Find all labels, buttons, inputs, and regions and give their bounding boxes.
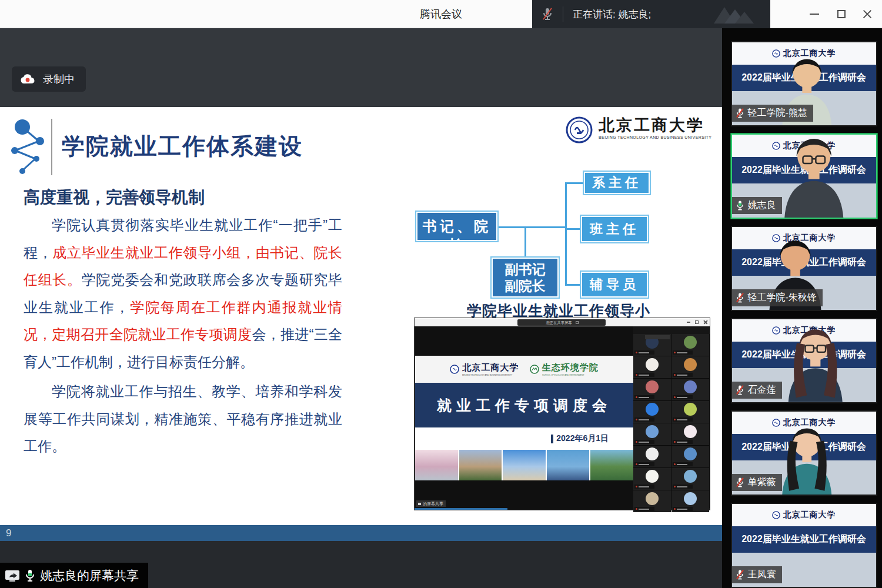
main-area: 录制中 — [0, 28, 882, 588]
inner-slide-date: 2022年6月1日 — [551, 433, 609, 444]
speaking-status-text: 正在讲话: 姚志良; — [573, 8, 651, 21]
participant-name: 王凤寰 — [748, 569, 776, 581]
virtual-bg-banner: 2022届毕业生就业工作调研会 — [732, 526, 876, 553]
inner-avatar — [684, 358, 697, 371]
participant-name: 轻工学院-朱秋锋 — [748, 292, 817, 304]
shared-screen-top-strip: 录制中 — [0, 28, 722, 107]
org-connector — [497, 226, 567, 228]
mic-on-icon — [25, 569, 35, 583]
close-button[interactable] — [854, 0, 881, 28]
inner-avatar — [684, 470, 697, 483]
paragraph-1: 学院认真贯彻落实毕业生就业工作“一把手”工程，成立毕业生就业工作领导小组，由书记… — [24, 212, 342, 376]
participant-video-tile[interactable]: 北京工商大学 2022届毕业生就业工作调研会 王凤寰 — [731, 503, 877, 588]
participants-sidebar: 北京工商大学 2022届毕业生就业工作调研会 轻工学院-熊慧 北京工商大学 20… — [722, 28, 882, 588]
university-emblem-icon — [566, 116, 593, 143]
inner-mic-muted-icon — [636, 396, 637, 398]
org-node-dept-head: 系主任 — [584, 172, 650, 194]
maximize-icon — [837, 10, 846, 18]
inner-mic-muted-icon — [636, 463, 637, 465]
tencent-meeting-window: 腾讯会议 正在讲话: 姚志良; — [0, 0, 882, 588]
inner-name-label — [673, 417, 693, 422]
inner-participant-tile — [633, 334, 671, 356]
org-connector — [565, 228, 582, 230]
campus-photo — [590, 450, 633, 480]
slide-body-text: 学院认真贯彻落实毕业生就业工作“一把手”工程，成立毕业生就业工作领导小组，由书记… — [24, 212, 342, 460]
participant-video-tile[interactable]: 北京工商大学 2022届毕业生就业工作调研会 轻工学院-朱秋锋 — [731, 226, 877, 311]
inner-avatar — [646, 425, 659, 438]
inner-participant-tile — [633, 490, 671, 512]
inner-name-label — [634, 507, 654, 511]
inner-avatar — [684, 425, 697, 438]
campus-photo — [459, 450, 502, 480]
maximize-button[interactable] — [828, 0, 855, 28]
inner-name-label — [634, 350, 654, 355]
inner-mic-muted-icon — [636, 374, 637, 376]
inner-avatar — [684, 380, 697, 393]
slide-deco-icon — [9, 118, 48, 179]
inner-participant-tile — [671, 356, 709, 378]
inner-stage: 北京工商大学 BEIJING TECHNOLOGY AND BUSINESS U… — [415, 326, 633, 510]
inner-participant-tile — [671, 423, 709, 445]
inner-logo-btbu-name: 北京工商大学 — [462, 362, 521, 373]
inner-participant-tile — [633, 379, 671, 400]
participant-name-tag: 王凤寰 — [732, 566, 782, 583]
inner-mic-muted-icon — [674, 508, 676, 510]
inner-share-label: 的屏幕共享 — [416, 500, 446, 507]
org-connector — [565, 284, 582, 286]
virtual-bg-university-name: 北京工商大学 — [783, 510, 836, 520]
participant-name-tag: 轻工学院-熊慧 — [732, 105, 813, 122]
inner-pill-icon — [576, 321, 579, 324]
inner-participant-tile — [633, 401, 671, 423]
mic-muted-icon — [736, 108, 744, 119]
recording-badge[interactable]: 录制中 — [12, 66, 86, 92]
university-name: 北京工商大学 — [599, 116, 711, 134]
inner-participant-tile — [671, 334, 709, 356]
participant-video-tile[interactable]: 北京工商大学 2022届毕业生就业工作调研会 单紫薇 — [731, 410, 877, 496]
paragraph-2: 学院将就业工作与招生、教学、培养和学科发展等工作共同谋划，精准施策、平稳有序推进… — [24, 378, 342, 460]
inner-name-label — [673, 373, 693, 377]
inner-participant-tile — [671, 401, 709, 423]
participant-video-tile[interactable]: 北京工商大学 2022届毕业生就业工作调研会 — [731, 318, 877, 403]
mic-muted-icon — [736, 292, 744, 303]
inner-participant-tile — [633, 468, 671, 490]
inner-participant-tile — [671, 379, 709, 400]
minimize-icon — [810, 14, 819, 15]
university-emblem-icon — [772, 511, 780, 519]
inner-avatar — [684, 447, 697, 460]
inner-mic-muted-icon — [674, 352, 676, 353]
slide-page-number: 9 — [0, 525, 722, 541]
participant-video-tile[interactable]: 北京工商大学 2022届毕业生就业工作调研会 轻工学院-熊慧 — [731, 41, 877, 126]
mic-on-icon — [736, 200, 744, 211]
inner-logo-btbu: 北京工商大学 BEIJING TECHNOLOGY AND BUSINESS U… — [450, 362, 521, 376]
participant-name: 石金莲 — [748, 384, 776, 396]
org-connector — [524, 226, 526, 259]
inner-name-label — [634, 373, 654, 377]
inner-name-label — [634, 440, 654, 444]
inner-participant-grid — [633, 334, 710, 508]
screen-share-icon — [5, 569, 20, 583]
close-icon — [863, 9, 872, 19]
speaking-status-banner[interactable]: 正在讲话: 姚志良; — [532, 0, 770, 28]
inner-progress-bar — [415, 508, 507, 510]
inner-name-label — [634, 417, 654, 422]
slide-heading: 高度重视，完善领导机制 — [24, 186, 205, 209]
org-node-deputy: 副书记 副院长 — [492, 258, 559, 298]
inner-slide-title: 就业工作专项调度会 — [415, 383, 633, 427]
inner-close-icon — [703, 320, 707, 324]
campus-photo-strip — [415, 450, 633, 480]
inner-mic-muted-icon — [636, 441, 637, 443]
meeting-logo-icon — [713, 4, 760, 27]
participant-name-tag: 轻工学院-朱秋锋 — [732, 289, 823, 306]
minimize-button[interactable] — [801, 0, 828, 28]
mic-muted-icon — [736, 385, 744, 396]
inner-name-label — [673, 350, 693, 355]
inner-participant-tile — [671, 446, 709, 467]
participant-video-tile[interactable]: 北京工商大学 2022届毕业生就业工作调研会 姚志良 — [731, 133, 877, 219]
inner-avatar — [646, 492, 659, 505]
recording-label: 录制中 — [43, 72, 75, 86]
inner-participant-tile — [671, 468, 709, 490]
inner-mic-muted-icon — [636, 419, 637, 420]
org-connector — [565, 182, 585, 184]
inner-name-label — [634, 462, 654, 466]
inner-name-label — [673, 462, 693, 466]
